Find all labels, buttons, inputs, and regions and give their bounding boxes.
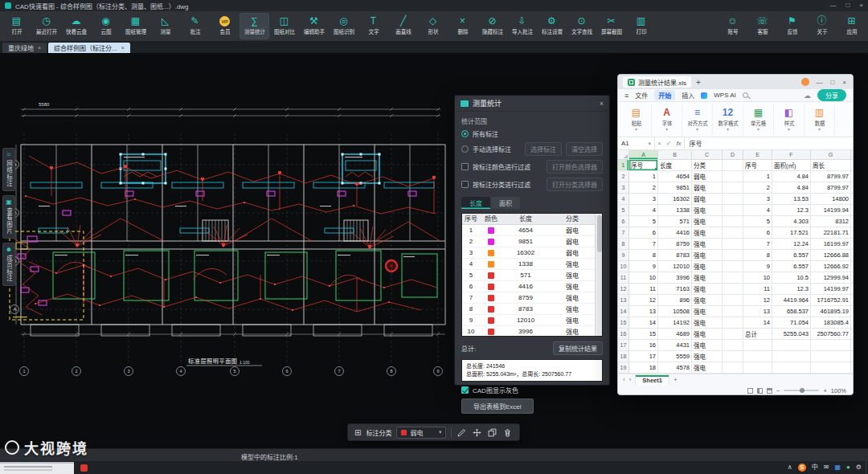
cell[interactable]: 10508 xyxy=(658,306,692,317)
select-annotations-button[interactable]: 选择标注 xyxy=(525,142,562,156)
minimize-icon[interactable]: — xyxy=(829,0,836,11)
row-header-15[interactable]: 15 xyxy=(618,317,629,329)
cell[interactable]: 强电 xyxy=(692,272,723,284)
cell[interactable]: 3996 xyxy=(658,272,692,284)
cell[interactable] xyxy=(723,205,743,216)
row-header-7[interactable]: 7 xyxy=(618,227,629,239)
cell[interactable]: 571 xyxy=(658,216,692,227)
cell[interactable]: 强电 xyxy=(692,295,723,306)
toolbar-item-text-search[interactable]: ⊙文字查找 xyxy=(567,13,596,39)
side-tab-view-images[interactable]: ▣查看图片 xyxy=(2,195,15,239)
cell[interactable] xyxy=(851,239,853,250)
stats-table-row[interactable]: 64416强电 xyxy=(462,281,602,292)
toolbar-item-annotation-settings[interactable]: ⚙标注设置 xyxy=(537,13,567,39)
excel-minimize-icon[interactable]: — xyxy=(814,79,824,86)
cell[interactable]: 强电 xyxy=(692,317,723,329)
cell[interactable]: 12666.88 xyxy=(811,250,851,261)
toolbar-item-about[interactable]: ⓘ关于 xyxy=(807,13,837,39)
cell[interactable]: 8799.97 xyxy=(811,171,851,182)
toolbar-item-text[interactable]: T文字 xyxy=(358,13,388,39)
tray-hidden-icons-icon[interactable]: ∧ xyxy=(788,461,792,474)
col-header-B[interactable]: B xyxy=(658,150,692,159)
cell[interactable] xyxy=(723,194,743,205)
cell[interactable]: 13.53 xyxy=(772,194,811,205)
toolbar-item-feedback[interactable]: ⚑反馈 xyxy=(777,13,807,39)
side-tab-member-annotations[interactable]: ☻成员标注 xyxy=(2,243,15,286)
cell[interactable]: 5 xyxy=(743,216,772,227)
cell[interactable]: 4 xyxy=(743,205,772,216)
ribbon-group-cells[interactable]: ▦单元格▾ xyxy=(743,104,774,136)
export-to-excel-button[interactable]: 导出表格到Excel xyxy=(461,398,534,414)
menu-文件[interactable]: 文件 xyxy=(635,91,648,100)
cell[interactable]: 1 xyxy=(629,171,658,182)
row-header-3[interactable]: 3 xyxy=(618,182,629,194)
toolbar-item-apps[interactable]: ⊞应用 xyxy=(837,13,866,39)
stats-table-row[interactable]: 103996强电 xyxy=(462,326,602,337)
cell[interactable]: 4.84 xyxy=(772,182,811,194)
cell[interactable] xyxy=(723,329,743,340)
col-header-C[interactable]: C xyxy=(692,150,723,159)
open-color-picker-button[interactable]: 打开颜色选择器 xyxy=(547,160,603,174)
cloud-sync-icon[interactable]: ☁ xyxy=(804,92,811,100)
cell[interactable]: 12.3 xyxy=(772,205,811,216)
ribbon-group-paste[interactable]: ▤粘贴▾ xyxy=(621,104,652,136)
cell[interactable]: 强电 xyxy=(692,306,723,317)
zoom-level[interactable]: 100% xyxy=(831,387,846,394)
cell[interactable]: 14 xyxy=(743,317,772,329)
cell[interactable]: 强电 xyxy=(692,227,723,239)
cell[interactable]: 461895.19 xyxy=(811,306,851,317)
cell[interactable]: 14192 xyxy=(658,317,692,329)
cell[interactable] xyxy=(811,351,851,362)
cell[interactable] xyxy=(851,295,853,306)
close-icon[interactable]: × xyxy=(859,0,863,11)
menu-插入[interactable]: 插入 xyxy=(682,91,694,100)
name-box[interactable]: A1 ▾ xyxy=(618,137,655,149)
row-header-5[interactable]: 5 xyxy=(618,205,629,216)
copy-results-button[interactable]: 复制统计结果 xyxy=(553,341,603,355)
cell[interactable]: 序号 xyxy=(743,160,772,171)
cell[interactable] xyxy=(851,284,853,295)
cell[interactable]: 强电 xyxy=(692,250,723,261)
row-header-14[interactable]: 14 xyxy=(618,306,629,317)
toolbar-item-membership[interactable]: VIP会员 xyxy=(210,13,240,39)
radio-all-annotations[interactable] xyxy=(461,130,469,137)
toolbar-item-measure[interactable]: ◺测量 xyxy=(150,13,180,39)
cell[interactable]: 14199.97 xyxy=(811,284,851,295)
cell[interactable] xyxy=(723,261,743,272)
share-button[interactable]: 分享 xyxy=(817,89,846,101)
cell[interactable] xyxy=(723,317,743,329)
cell[interactable]: 4.303 xyxy=(772,216,811,227)
cell[interactable]: 8 xyxy=(743,250,772,261)
cell[interactable] xyxy=(851,205,853,216)
cell[interactable]: 4.84 xyxy=(772,171,811,182)
row-header-16[interactable]: 16 xyxy=(618,329,629,340)
cell[interactable]: 4 xyxy=(629,205,658,216)
col-header-D[interactable]: D xyxy=(723,150,743,159)
cell[interactable]: 6.557 xyxy=(772,261,811,272)
toolbar-item-cloud-drawing[interactable]: ◉云图 xyxy=(91,13,121,39)
stats-table-row[interactable]: 316302弱电 xyxy=(462,247,602,259)
col-header-E[interactable]: E xyxy=(743,150,772,159)
table-scrollbar[interactable] xyxy=(595,214,602,336)
cell[interactable] xyxy=(723,216,743,227)
toolbar-item-drawing-recognize[interactable]: ◎图纸识别 xyxy=(329,13,358,39)
cell[interactable]: 10 xyxy=(629,272,658,284)
cell[interactable] xyxy=(723,362,743,374)
edit-annotation-icon[interactable] xyxy=(457,427,467,438)
cell[interactable]: 强电 xyxy=(692,239,723,250)
account-avatar[interactable] xyxy=(801,78,809,86)
toolbar-item-support[interactable]: ☏客服 xyxy=(747,13,777,39)
filter-category-checkbox[interactable] xyxy=(461,181,469,188)
cell[interactable] xyxy=(851,340,853,351)
cell[interactable] xyxy=(851,329,853,340)
doc-tab-0[interactable]: 重庆绿地× xyxy=(2,43,47,53)
fx-icon[interactable]: fx xyxy=(674,140,683,147)
stats-table-row[interactable]: 88783强电 xyxy=(462,304,602,315)
toolbar-item-cloud-disk[interactable]: ☁快看云盘 xyxy=(61,13,91,39)
cell[interactable]: 分类 xyxy=(692,160,723,171)
cell[interactable] xyxy=(723,340,743,351)
col-header-H[interactable]: H xyxy=(851,150,854,159)
cell[interactable]: 弱电 xyxy=(692,171,723,182)
menu-开始[interactable]: 开始 xyxy=(654,90,675,100)
cell[interactable] xyxy=(743,351,772,362)
